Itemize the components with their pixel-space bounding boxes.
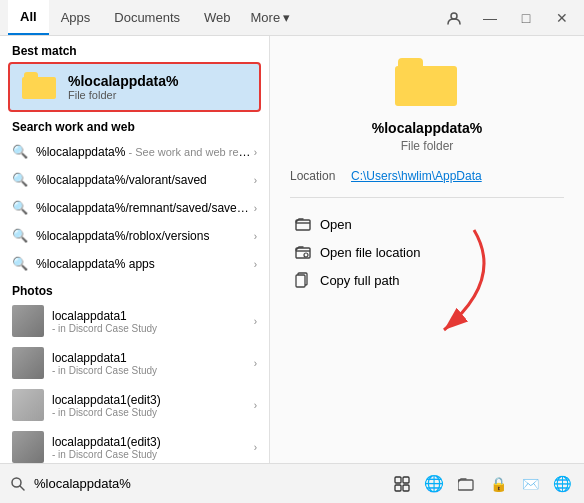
result-left-3: 🔍 %localappdata%/roblox/versions [12,228,254,244]
action-open[interactable]: Open [290,210,564,238]
photo-info-3: localappdata1(edit3) - in Discord Case S… [52,435,161,460]
action-open-file-location[interactable]: Open file location [290,238,564,266]
photo-item-3[interactable]: localappdata1(edit3) - in Discord Case S… [0,426,269,463]
search-icon-3: 🔍 [12,228,28,244]
folder-preview-icon [395,56,459,110]
svg-rect-12 [403,485,409,491]
action-copy-path[interactable]: Copy full path [290,266,564,294]
result-left-2: 🔍 %localappdata%/remnant/saved/savegames [12,200,254,216]
best-match-text: %localappdata% File folder [68,73,178,101]
photo-info-1: localappdata1 - in Discord Case Study [52,351,157,376]
result-item-0[interactable]: 🔍 %localappdata% - See work and web resu… [0,138,269,166]
result-item-1[interactable]: 🔍 %localappdata%/valorant/saved › [0,166,269,194]
search-web-label: Search work and web [0,112,269,138]
best-match-title: %localappdata% [68,73,178,89]
svg-rect-13 [458,480,473,490]
result-left-1: 🔍 %localappdata%/valorant/saved [12,172,254,188]
result-item-4[interactable]: 🔍 %localappdata% apps › [0,250,269,278]
taskbar-lock[interactable]: 🔒 [484,470,512,498]
photo-item-0[interactable]: localappdata1 - in Discord Case Study › [0,300,269,342]
chevron-right-icon-2: › [254,203,257,214]
maximize-btn[interactable]: □ [512,4,540,32]
photo-info-0: localappdata1 - in Discord Case Study [52,309,157,334]
taskbar-file-explorer[interactable] [452,470,480,498]
location-row: Location C:\Users\hwlim\AppData [290,169,564,183]
photo-sub-0: - in Discord Case Study [52,323,157,334]
chevron-right-icon: › [254,147,257,158]
result-text-0: %localappdata% - See work and web result… [36,145,254,159]
svg-point-3 [304,253,308,257]
preview-icon-area [290,56,564,110]
photo-thumb-1 [12,347,44,379]
search-input[interactable] [34,476,382,491]
svg-rect-9 [395,477,401,483]
photo-left-0: localappdata1 - in Discord Case Study [12,305,254,337]
photo-left-2: localappdata1(edit3) - in Discord Case S… [12,389,254,421]
result-text-3: %localappdata%/roblox/versions [36,229,209,243]
search-icon-1: 🔍 [12,172,28,188]
result-text-4: %localappdata% apps [36,257,155,271]
bottom-search-bar: 🌐 🔒 ✉️ 🌐 [0,463,584,503]
action-open-label: Open [320,217,352,232]
result-left-4: 🔍 %localappdata% apps [12,256,254,272]
copy-path-icon [294,271,312,289]
photo-thumb-2 [12,389,44,421]
folder-icon-large [22,72,58,102]
photo-sub-2: - in Discord Case Study [52,407,161,418]
svg-rect-10 [403,477,409,483]
best-match-subtitle: File folder [68,89,178,101]
taskbar-edge[interactable]: 🌐 [420,470,448,498]
photo-title-1: localappdata1 [52,351,157,365]
action-open-file-location-label: Open file location [320,245,420,260]
tab-more[interactable]: More ▾ [243,4,299,31]
search-icon-4: 🔍 [12,256,28,272]
best-match-item[interactable]: %localappdata% File folder [8,62,261,112]
search-icon-2: 🔍 [12,200,28,216]
svg-line-8 [20,486,24,490]
main-container: Best match %localappdata% File folder Se… [0,36,584,463]
best-match-label: Best match [0,36,269,62]
taskbar-taskview[interactable] [388,470,416,498]
photo-item-2[interactable]: localappdata1(edit3) - in Discord Case S… [0,384,269,426]
divider [290,197,564,198]
svg-rect-11 [395,485,401,491]
open-file-location-icon [294,243,312,261]
tab-web[interactable]: Web [192,0,243,35]
minimize-btn[interactable]: — [476,4,504,32]
action-copy-path-label: Copy full path [320,273,400,288]
photo-info-2: localappdata1(edit3) - in Discord Case S… [52,393,161,418]
photo-title-0: localappdata1 [52,309,157,323]
photo-chevron-3: › [254,442,257,453]
location-label: Location [290,169,345,183]
chevron-down-icon: ▾ [283,10,290,25]
taskbar-chrome[interactable]: 🌐 [548,470,576,498]
svg-rect-5 [296,275,305,287]
photo-sub-3: - in Discord Case Study [52,449,161,460]
taskbar-mail[interactable]: ✉️ [516,470,544,498]
tab-documents[interactable]: Documents [102,0,192,35]
result-left: 🔍 %localappdata% - See work and web resu… [12,144,254,160]
result-item-3[interactable]: 🔍 %localappdata%/roblox/versions › [0,222,269,250]
nav-right-icons: — □ ✕ [440,4,576,32]
top-nav: All Apps Documents Web More ▾ — □ ✕ [0,0,584,36]
user-icon-btn[interactable] [440,4,468,32]
photo-thumb-3 [12,431,44,463]
photo-chevron-2: › [254,400,257,411]
left-panel: Best match %localappdata% File folder Se… [0,36,270,463]
tab-all[interactable]: All [8,0,49,35]
result-text-2: %localappdata%/remnant/saved/savegames [36,201,254,215]
close-btn[interactable]: ✕ [548,4,576,32]
photo-sub-1: - in Discord Case Study [52,365,157,376]
photo-title-2: localappdata1(edit3) [52,393,161,407]
chevron-right-icon-3: › [254,231,257,242]
location-link[interactable]: C:\Users\hwlim\AppData [351,169,482,183]
photo-item-1[interactable]: localappdata1 - in Discord Case Study › [0,342,269,384]
svg-rect-1 [296,220,310,230]
result-item-2[interactable]: 🔍 %localappdata%/remnant/saved/savegames… [0,194,269,222]
svg-point-0 [451,13,457,19]
tab-apps[interactable]: Apps [49,0,103,35]
right-panel: %localappdata% File folder Location C:\U… [270,36,584,463]
search-icon-bottom [8,474,28,494]
photo-title-3: localappdata1(edit3) [52,435,161,449]
search-icon: 🔍 [12,144,28,160]
